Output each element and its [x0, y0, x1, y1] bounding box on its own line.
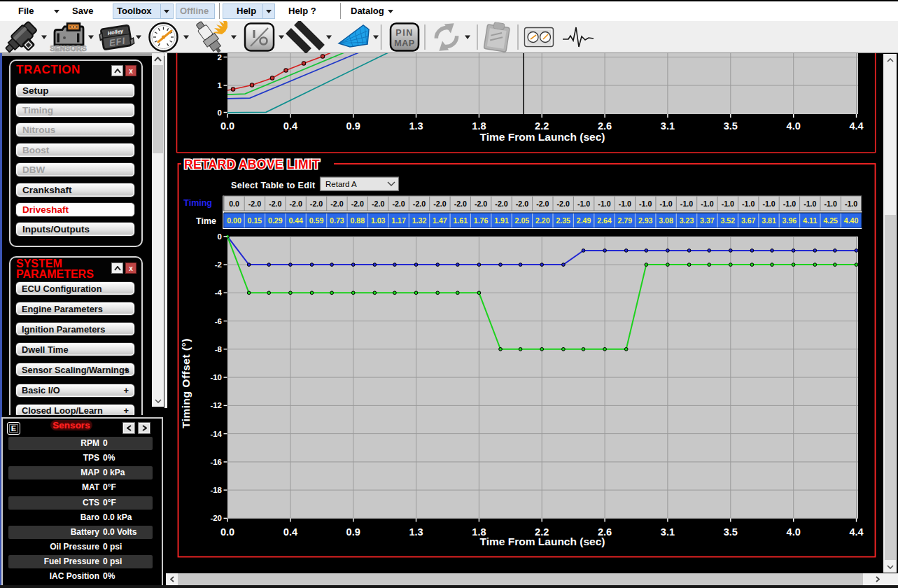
svg-text:4.11: 4.11: [803, 216, 817, 225]
svg-text:0.0: 0.0: [220, 526, 234, 537]
svg-text:1.8: 1.8: [472, 120, 486, 131]
svg-text:2.2: 2.2: [535, 120, 549, 131]
svg-text:3.52: 3.52: [720, 216, 735, 225]
svg-text:3.37: 3.37: [700, 216, 715, 225]
svg-text:0.29: 0.29: [268, 216, 283, 225]
svg-text:-12: -12: [210, 401, 222, 410]
svg-text:RETARD ABOVE LIMIT: RETARD ABOVE LIMIT: [184, 157, 320, 171]
svg-text:2.6: 2.6: [598, 120, 612, 131]
svg-text:0.9: 0.9: [346, 120, 360, 131]
svg-text:0.15: 0.15: [248, 216, 262, 225]
svg-text:0: 0: [218, 232, 222, 240]
svg-text:Timing: Timing: [183, 198, 212, 208]
svg-text:-2.0: -2.0: [269, 199, 281, 207]
svg-text:-6: -6: [215, 316, 222, 325]
svg-text:-2.0: -2.0: [330, 199, 343, 207]
svg-text:1.91: 1.91: [494, 216, 509, 225]
svg-text:Time: Time: [196, 216, 216, 225]
svg-text:-2: -2: [215, 260, 222, 269]
svg-text:4.4: 4.4: [849, 120, 863, 131]
svg-text:Time From Launch (sec): Time From Launch (sec): [480, 131, 605, 143]
svg-text:0.59: 0.59: [309, 216, 324, 225]
svg-text:-2.0: -2.0: [290, 199, 302, 207]
svg-text:-2.0: -2.0: [248, 199, 261, 207]
svg-text:0: 0: [218, 108, 222, 116]
svg-text:Select Table to Edit: Select Table to Edit: [231, 180, 316, 190]
svg-text:-2.0: -2.0: [392, 199, 405, 207]
svg-text:1.3: 1.3: [409, 120, 423, 131]
svg-text:0.0: 0.0: [229, 199, 239, 207]
svg-text:-1.0: -1.0: [783, 199, 796, 207]
svg-text:3.1: 3.1: [661, 526, 675, 537]
svg-text:4.25: 4.25: [823, 216, 838, 225]
svg-text:-1.0: -1.0: [659, 199, 672, 207]
svg-text:0.0: 0.0: [220, 120, 234, 131]
svg-text:0.73: 0.73: [330, 216, 344, 225]
svg-text:1.61: 1.61: [453, 216, 468, 225]
svg-text:4.0: 4.0: [787, 120, 801, 131]
svg-text:4.4: 4.4: [849, 526, 863, 537]
svg-text:1.32: 1.32: [412, 216, 427, 225]
svg-text:-4: -4: [215, 288, 223, 297]
svg-text:-2.0: -2.0: [454, 199, 467, 207]
svg-text:-1.0: -1.0: [701, 199, 713, 207]
svg-text:1.03: 1.03: [371, 216, 386, 225]
svg-text:-2.0: -2.0: [557, 199, 570, 207]
svg-text:1.76: 1.76: [474, 216, 489, 225]
svg-text:-10: -10: [210, 373, 222, 382]
svg-text:-1.0: -1.0: [619, 199, 631, 207]
svg-text:2.79: 2.79: [617, 216, 632, 225]
svg-text:3.5: 3.5: [724, 120, 738, 131]
svg-text:-2.0: -2.0: [495, 199, 507, 207]
svg-text:-1.0: -1.0: [577, 199, 590, 207]
svg-text:2.64: 2.64: [597, 216, 612, 225]
svg-text:MAP: MAP: [394, 38, 414, 48]
svg-text:2.93: 2.93: [638, 216, 653, 225]
svg-text:Time From Launch (sec): Time From Launch (sec): [480, 535, 605, 547]
svg-text:Timing Offset (°): Timing Offset (°): [180, 338, 192, 428]
svg-text:0.00: 0.00: [227, 216, 241, 225]
svg-text:SENSORS: SENSORS: [50, 44, 87, 52]
svg-text:2: 2: [218, 53, 222, 62]
svg-text:-1.0: -1.0: [825, 199, 837, 207]
svg-text:0.88: 0.88: [350, 216, 365, 225]
svg-text:-2.0: -2.0: [310, 199, 323, 207]
svg-text:-1.0: -1.0: [598, 199, 610, 207]
svg-text:-1.0: -1.0: [722, 199, 734, 207]
svg-text:-2.0: -2.0: [351, 199, 364, 207]
svg-text:2.20: 2.20: [535, 216, 550, 225]
svg-text:-2.0: -2.0: [475, 199, 487, 207]
svg-text:1.3: 1.3: [409, 526, 423, 537]
svg-text:-8: -8: [215, 344, 223, 353]
svg-text:2.35: 2.35: [556, 216, 570, 225]
svg-text:0.9: 0.9: [346, 526, 360, 537]
svg-text:3.1: 3.1: [661, 120, 675, 131]
svg-text:0.4: 0.4: [283, 120, 297, 131]
svg-text:-1.0: -1.0: [742, 199, 755, 207]
svg-text:-2.0: -2.0: [536, 199, 549, 207]
svg-text:-1.0: -1.0: [762, 199, 775, 207]
svg-text:1.47: 1.47: [433, 216, 447, 225]
svg-text:-2.0: -2.0: [516, 199, 528, 207]
svg-text:2.49: 2.49: [577, 216, 591, 225]
svg-text:-20: -20: [210, 514, 222, 522]
svg-text:-14: -14: [210, 429, 222, 438]
svg-text:3.81: 3.81: [762, 216, 776, 225]
svg-text:-2.0: -2.0: [433, 199, 446, 207]
svg-text:-1.0: -1.0: [804, 199, 816, 207]
svg-text:3.23: 3.23: [680, 216, 694, 225]
svg-text:-2.0: -2.0: [372, 199, 384, 207]
svg-text:-1.0: -1.0: [845, 199, 857, 207]
svg-text:2.05: 2.05: [515, 216, 530, 225]
svg-text:-1.0: -1.0: [680, 199, 693, 207]
svg-text:4.40: 4.40: [844, 216, 859, 225]
svg-text:PIN: PIN: [395, 28, 413, 38]
svg-text:3.5: 3.5: [724, 526, 738, 537]
svg-text:-18: -18: [210, 486, 222, 494]
svg-text:-1.0: -1.0: [639, 199, 652, 207]
svg-text:3.96: 3.96: [783, 216, 797, 225]
svg-text:-16: -16: [210, 457, 222, 465]
svg-text:4.0: 4.0: [787, 526, 801, 537]
svg-text:0.4: 0.4: [283, 526, 297, 537]
svg-text:-2.0: -2.0: [413, 199, 426, 207]
